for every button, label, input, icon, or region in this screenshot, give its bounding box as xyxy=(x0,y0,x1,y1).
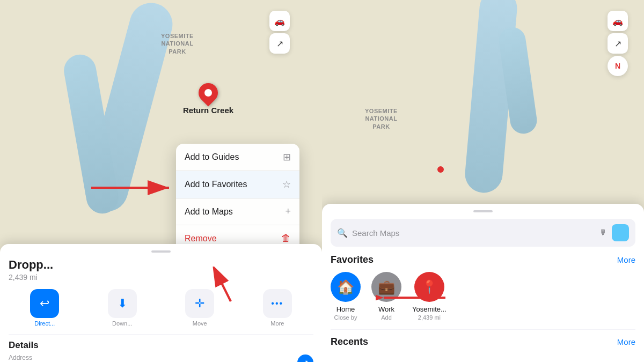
direction-button-right[interactable]: ↗ xyxy=(608,33,628,54)
home-favorite-name: Home xyxy=(336,305,355,313)
share-button[interactable]: ↗ xyxy=(297,354,313,363)
download-icon-circle: ⬇ xyxy=(108,289,137,318)
card-handle xyxy=(151,250,171,253)
compass-label: N xyxy=(615,62,620,70)
download-button[interactable]: ⬇ Down... xyxy=(86,289,159,327)
more-icon: ••• xyxy=(271,299,283,308)
move-icon: ✛ xyxy=(195,297,204,311)
map-background-right: YOSEMITE NATIONAL PARK xyxy=(322,0,644,225)
menu-item-add-guides[interactable]: Add to Guides ⊞ xyxy=(176,144,299,171)
right-phone-panel: YOSEMITE NATIONAL PARK 🚗 ↗ N 🔍 Search Ma… xyxy=(322,0,644,362)
card-subtitle: 2,439 mi xyxy=(9,273,313,282)
favorites-more-link[interactable]: More xyxy=(617,255,635,264)
download-icon: ⬇ xyxy=(118,297,127,311)
recents-title: Recents xyxy=(331,336,368,348)
car-mode-button-left[interactable]: 🚗 xyxy=(269,11,290,31)
pin-inner xyxy=(204,89,212,97)
car-mode-button-right[interactable]: 🚗 xyxy=(608,11,628,31)
address-row: Address Return Creek ↗ xyxy=(9,354,313,362)
location-pin[interactable]: Return Creek xyxy=(199,83,218,102)
menu-item-add-favorites[interactable]: Add to Favorites ☆ xyxy=(176,171,299,198)
star-icon: ☆ xyxy=(282,179,291,190)
location-detail-card: Dropp... 2,439 mi ↩ Direct... ⬇ Down... … xyxy=(0,244,322,362)
small-location-pin xyxy=(437,166,444,173)
park-label-right: YOSEMITE NATIONAL PARK xyxy=(365,107,398,130)
home-icon-circle: 🏠 xyxy=(331,272,361,302)
pin-label: Return Creek xyxy=(183,106,233,115)
share-icon: ↗ xyxy=(302,358,309,363)
arrow-to-more xyxy=(204,267,247,304)
card-title: Dropp... xyxy=(9,258,313,272)
details-title: Details xyxy=(9,340,313,351)
yosemite-favorite-sub: 2,439 mi xyxy=(418,314,441,321)
directions-button[interactable]: ↩ Direct... xyxy=(9,289,81,327)
menu-item-add-maps-label: Add to Maps xyxy=(185,207,233,217)
menu-item-add-guides-label: Add to Guides xyxy=(185,152,239,162)
mic-icon[interactable]: 🎙 xyxy=(599,228,608,238)
menu-item-add-maps[interactable]: Add to Maps + xyxy=(176,198,299,225)
home-icon: 🏠 xyxy=(337,279,354,295)
move-label: Move xyxy=(193,320,207,327)
download-label: Down... xyxy=(112,320,132,327)
address-label: Address xyxy=(9,354,56,361)
map-controls-right: 🚗 ↗ N xyxy=(608,11,628,76)
bottom-sheet-right: 🔍 Search Maps 🎙 Favorites More xyxy=(322,204,644,362)
svg-line-3 xyxy=(217,275,231,301)
direction-button-left[interactable]: ↗ xyxy=(269,33,290,54)
recents-header: Recents More xyxy=(331,329,635,348)
park-label-left: YOSEMITE NATIONAL PARK xyxy=(161,32,194,55)
favorites-header: Favorites More xyxy=(331,254,635,265)
more-label: More xyxy=(270,320,284,327)
home-favorite-sub: Close by xyxy=(334,314,357,321)
search-icon: 🔍 xyxy=(337,228,348,238)
menu-item-add-favorites-label: Add to Favorites xyxy=(185,180,247,189)
address-info: Address Return Creek xyxy=(9,354,56,362)
search-placeholder: Search Maps xyxy=(352,228,595,238)
work-favorite-sub: Add xyxy=(381,314,392,321)
add-guides-icon: ⊞ xyxy=(283,151,291,163)
favorite-home[interactable]: 🏠 Home Close by xyxy=(331,272,361,321)
directions-label: Direct... xyxy=(34,320,55,327)
more-button-left[interactable]: ••• More xyxy=(241,289,314,327)
action-buttons-row: ↩ Direct... ⬇ Down... ✛ Move ••• xyxy=(9,289,313,327)
details-section: Details Address Return Creek ↗ xyxy=(9,334,313,362)
left-phone-panel: YOSEMITE NATIONAL PARK 🚗 ↗ Return Creek xyxy=(0,0,322,362)
arrow-to-favorites xyxy=(86,172,182,204)
sheet-handle xyxy=(473,210,493,212)
favorites-title: Favorites xyxy=(331,254,374,265)
search-bar[interactable]: 🔍 Search Maps 🎙 xyxy=(331,219,635,247)
user-avatar[interactable] xyxy=(612,224,629,241)
map-controls-left: 🚗 ↗ xyxy=(269,11,290,54)
pin-circle xyxy=(195,79,222,107)
arrow-to-favorites-right xyxy=(376,287,451,308)
directions-icon-circle: ↩ xyxy=(30,289,59,318)
compass-button[interactable]: N xyxy=(608,56,628,76)
directions-icon: ↩ xyxy=(40,297,49,311)
trash-icon: 🗑 xyxy=(281,233,291,244)
plus-icon: + xyxy=(285,206,291,217)
menu-item-remove-label: Remove xyxy=(185,234,217,243)
recents-more-link[interactable]: More xyxy=(617,337,635,346)
context-menu: Add to Guides ⊞ Add to Favorites ☆ Add t… xyxy=(176,144,299,252)
more-icon-circle: ••• xyxy=(263,289,292,318)
